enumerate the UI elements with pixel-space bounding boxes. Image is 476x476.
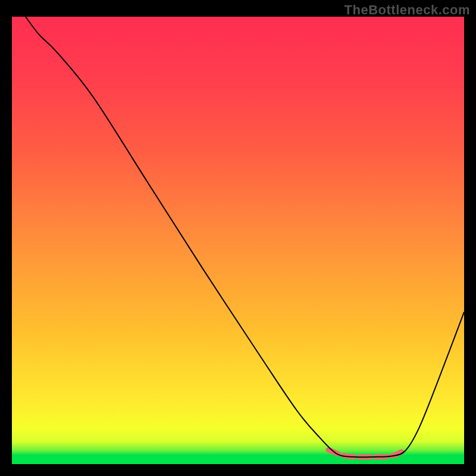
watermark-text: TheBottleneck.com — [345, 2, 470, 18]
chart-frame: TheBottleneck.com — [0, 0, 476, 476]
plot-area — [12, 17, 464, 464]
gradient-rect — [12, 17, 464, 464]
plot-svg — [12, 17, 464, 464]
